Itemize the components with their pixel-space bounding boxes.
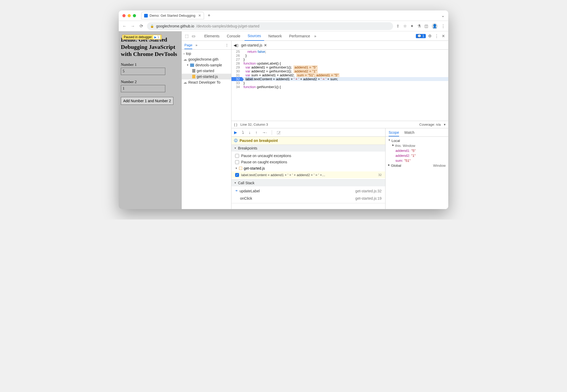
- titlebar: Demo: Get Started Debugging ✕ + ⌄: [119, 10, 448, 21]
- step-out-icon[interactable]: ↑: [256, 130, 258, 135]
- toolbar-icons: ⇪ ☆ ✦ ⚗ ◫ 👤 ⋮: [396, 23, 445, 29]
- tabs-dropdown-icon[interactable]: ⌄: [441, 13, 445, 18]
- scope-local[interactable]: ▼Local: [388, 138, 446, 143]
- format-icon[interactable]: { }: [234, 123, 237, 126]
- tree-file-html[interactable]: get-started: [182, 68, 231, 74]
- maximize-window-icon[interactable]: [133, 14, 136, 17]
- overlay-step-icon[interactable]: ⤵: [157, 35, 159, 39]
- callstack-frame[interactable]: onClickget-started.js:19: [231, 195, 385, 202]
- debugger-pane: ▶ ⤵ ↓ ↑ →· ⬚̷ ⓘ Paused on breakpoint: [231, 128, 385, 209]
- devtools-close-icon[interactable]: ✕: [440, 34, 446, 38]
- breakpoint-file[interactable]: ▼get-started.js: [231, 165, 385, 171]
- tree-top[interactable]: ▫ top: [182, 51, 231, 56]
- source-file-tab[interactable]: get-started.js ✕: [241, 43, 267, 47]
- url-input[interactable]: 🔒 googlechrome.github.io/devtools-sample…: [147, 22, 393, 30]
- chevron-down-icon: ▼: [186, 64, 189, 66]
- minimize-window-icon[interactable]: [128, 14, 131, 17]
- pause-caught-checkbox[interactable]: Pause on caught exceptions: [231, 159, 385, 165]
- extensions-icon[interactable]: ✦: [410, 24, 414, 28]
- sidepanel-icon[interactable]: ◫: [424, 24, 428, 28]
- debugger-overlay: Paused in debugger ▶ ⤵: [122, 34, 162, 40]
- cloud-icon: ☁: [183, 80, 187, 84]
- number1-input[interactable]: [121, 68, 165, 75]
- scope-global[interactable]: ▶GlobalWindow: [388, 163, 446, 168]
- navigator-menu-icon[interactable]: ⋮: [225, 43, 229, 47]
- breakpoints-header[interactable]: ▼Breakpoints: [231, 145, 385, 152]
- debugger-toolbar: ▶ ⤵ ↓ ↑ →· ⬚̷: [231, 128, 385, 137]
- folder-icon: [190, 64, 194, 67]
- more-tabs-icon[interactable]: »: [314, 34, 316, 38]
- url-host: googlechrome.github.io: [156, 24, 194, 28]
- scope-variable[interactable]: addend2: "1": [388, 153, 446, 158]
- navigator-tabs: Page » ⋮: [182, 41, 231, 50]
- tab-watch[interactable]: Watch: [404, 130, 415, 135]
- tree-file-js[interactable]: get-started.js: [182, 74, 231, 79]
- cursor-position: Line 32, Column 3: [240, 123, 268, 126]
- devtools: ⬚ ▭ Elements Console Sources Network Per…: [182, 31, 448, 209]
- close-window-icon[interactable]: [122, 14, 126, 17]
- step-icon[interactable]: →·: [262, 130, 267, 135]
- scope-this[interactable]: ▶this: Window: [388, 143, 446, 148]
- tab-sources[interactable]: Sources: [245, 31, 264, 41]
- tab-elements[interactable]: Elements: [201, 31, 223, 41]
- scope-body: ▼Local ▶this: Window addend1: "5"addend2…: [385, 137, 448, 170]
- scope-pane: Scope Watch ▼Local ▶this: Window addend1…: [385, 128, 448, 209]
- navigator-pane: Page » ⋮ ▫ top ☁googlechrome.gith ▼devto…: [182, 41, 231, 209]
- inspect-icon[interactable]: ⬚: [184, 34, 190, 38]
- cloud-icon: ☁: [183, 57, 187, 61]
- tab-performance[interactable]: Performance: [286, 31, 313, 41]
- devtools-body: Page » ⋮ ▫ top ☁googlechrome.gith ▼devto…: [182, 41, 448, 209]
- content-area: Paused in debugger ▶ ⤵ Demo: Get Started…: [119, 31, 448, 209]
- number2-input[interactable]: [121, 85, 165, 92]
- back-button[interactable]: ←: [122, 24, 127, 28]
- browser-tab[interactable]: Demo: Get Started Debugging ✕: [141, 12, 204, 19]
- deactivate-breakpoints-icon[interactable]: ⬚̷: [277, 130, 280, 135]
- tab-title: Demo: Get Started Debugging: [150, 14, 195, 18]
- menu-icon[interactable]: ⋮: [441, 24, 445, 28]
- bookmark-icon[interactable]: ☆: [403, 24, 407, 28]
- tab-network[interactable]: Network: [265, 31, 285, 41]
- callstack-header[interactable]: ▼Call Stack: [231, 180, 385, 186]
- pause-uncaught-checkbox[interactable]: Pause on uncaught exceptions: [231, 153, 385, 159]
- issues-badge[interactable]: 💬 1: [416, 34, 426, 38]
- navigator-tab-page[interactable]: Page: [184, 43, 192, 49]
- forward-button[interactable]: →: [130, 24, 135, 28]
- overlay-resume-icon[interactable]: ▶: [154, 36, 156, 39]
- new-tab-button[interactable]: +: [208, 13, 211, 18]
- step-over-icon[interactable]: ⤵: [242, 130, 244, 135]
- settings-icon[interactable]: ⚙: [427, 34, 433, 38]
- device-icon[interactable]: ▭: [191, 34, 196, 38]
- number1-label: Number 1: [121, 62, 179, 67]
- tab-close-icon[interactable]: ✕: [198, 14, 201, 18]
- tab-scope[interactable]: Scope: [389, 130, 399, 136]
- devtools-tabs: ⬚ ▭ Elements Console Sources Network Per…: [182, 31, 448, 41]
- step-into-icon[interactable]: ↓: [249, 130, 251, 135]
- coverage-dropdown-icon[interactable]: ▾: [444, 123, 446, 126]
- reload-button[interactable]: ⟳: [139, 24, 144, 28]
- tree-extension[interactable]: ☁React Developer To: [182, 79, 231, 85]
- file-tree: ▫ top ☁googlechrome.gith ▼devtools-sampl…: [182, 50, 231, 86]
- file-js-icon: [192, 75, 195, 78]
- scope-variable[interactable]: sum: "51": [388, 158, 446, 163]
- labs-icon[interactable]: ⚗: [417, 24, 421, 28]
- share-icon[interactable]: ⇪: [396, 24, 400, 28]
- devtools-menu-icon[interactable]: ⋮: [434, 34, 439, 38]
- tree-folder[interactable]: ▼devtools-sample: [182, 62, 231, 68]
- tree-domain[interactable]: ☁googlechrome.gith: [182, 56, 231, 62]
- file-icon: [192, 69, 195, 73]
- lock-icon: 🔒: [150, 24, 154, 28]
- navigator-more-icon[interactable]: »: [195, 43, 197, 47]
- scope-variable[interactable]: addend1: "5": [388, 148, 446, 153]
- source-tabs: ◀▯ get-started.js ✕: [231, 41, 448, 50]
- tab-console[interactable]: Console: [224, 31, 243, 41]
- breakpoint-line[interactable]: ✓label.textContent = addend1 + ' + ' + a…: [231, 171, 385, 178]
- callstack-frame[interactable]: ➔updateLabelget-started.js:32: [231, 187, 385, 195]
- resume-icon[interactable]: ▶: [234, 130, 237, 135]
- add-button[interactable]: Add Number 1 and Number 2: [121, 97, 173, 105]
- paused-banner: ⓘ Paused on breakpoint: [231, 137, 385, 145]
- toggle-navigator-icon[interactable]: ◀▯: [234, 43, 239, 47]
- file-tab-close-icon[interactable]: ✕: [264, 43, 267, 47]
- url-path: /devtools-samples/debug-js/get-started: [196, 24, 259, 28]
- profile-icon[interactable]: 👤: [432, 23, 438, 29]
- code-editor[interactable]: 25 return false;26 }27}28function update…: [231, 50, 448, 121]
